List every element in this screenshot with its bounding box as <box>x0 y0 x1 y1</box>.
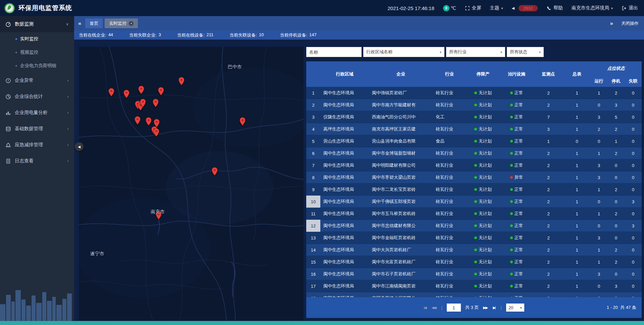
table-row[interactable]: 18南部生态环境局南部县双峰水泥有限公砖瓦行业无计划正常21030 <box>306 292 642 297</box>
cell-halt: 0 <box>607 196 625 208</box>
table-row[interactable]: 5营山生态环境局营山县润丰肉食品有限食品无计划正常10010 <box>306 135 642 147</box>
cell-facility: 正常 <box>500 292 533 297</box>
green-status-dot-icon <box>510 92 513 94</box>
page-size-select[interactable]: 20 ▾ <box>506 304 524 312</box>
cell-facility: 正常 <box>500 244 533 256</box>
tab-realtime-monitoring[interactable]: 实时监控 × <box>105 18 138 28</box>
status-select[interactable]: 所有状态 ▾ <box>507 47 544 57</box>
table-row[interactable]: 12阆中生态环境局阆中市忠信建材有限公砖瓦行业无计划正常21003 <box>306 220 642 232</box>
map[interactable]: 巴中市南充市遂宁市 <box>79 47 304 320</box>
table-row[interactable]: 11阆中生态环境局阆中市五马桥页岩机砖砖瓦行业无计划正常21120 <box>306 208 642 220</box>
cell-region: 仪陇生态环境局 <box>320 111 369 123</box>
map-pin-icon[interactable] <box>211 167 218 177</box>
cell-stop: 无计划 <box>466 292 500 297</box>
table-row[interactable]: 9阆中生态环境局阆中市二龙长宝页岩砖砖瓦行业无计划正常21120 <box>306 183 642 196</box>
sidebar-group-enterprise-anomaly[interactable]: 企业异常 ‹ <box>0 72 74 89</box>
cell-run: 3 <box>590 171 607 183</box>
cell-meters: 1 <box>564 268 590 280</box>
green-status-dot-icon <box>474 92 477 94</box>
table-row[interactable]: 17阆中生态环境局阆中市江南镇阆南页岩砖瓦行业无计划正常21030 <box>306 280 642 292</box>
cell-points: 2 <box>533 292 564 297</box>
notice-prev-icon[interactable]: ◀ <box>512 6 515 10</box>
sidebar-group-emergency-reduction[interactable]: 应急减排管理 ‹ <box>0 137 74 153</box>
name-search-input[interactable] <box>306 47 362 57</box>
tabs-scroll-left-icon[interactable]: « <box>74 20 85 27</box>
green-status-dot-icon <box>510 164 513 167</box>
org-dropdown[interactable]: 南充市生态环境局 ▾ <box>572 5 613 11</box>
sidebar-item-video[interactable]: 视频监控 <box>0 46 74 59</box>
table-row[interactable]: 3仪陇生态环境局西南油气田分公司川中化工无计划正常71350 <box>306 111 642 123</box>
cell-idx: 1 <box>306 87 320 99</box>
cell-stop: 无计划 <box>466 244 500 256</box>
notice-count-badge[interactable]: 2632 <box>519 5 538 11</box>
table-row[interactable]: 8阆中生态环境局阆中市枣碧大梁山页岩砖瓦行业无计划异常21300 <box>306 171 642 183</box>
table-row[interactable]: 10阆中生态环境局阆中千佛镇五郎垭页岩砖瓦行业无计划正常21003 <box>306 196 642 208</box>
cell-industry: 砖瓦行业 <box>433 232 466 244</box>
cell-stop: 无计划 <box>466 268 500 280</box>
stat-label: 当前停机设备: <box>280 32 307 38</box>
map-pin-icon[interactable] <box>158 87 164 97</box>
map-pin-icon[interactable] <box>134 116 141 126</box>
table-row[interactable]: 14阆中生态环境局阆中大兴页岩机砖厂砖瓦行业无计划正常21120 <box>306 244 642 256</box>
close-operations-button[interactable]: 关闭操作 <box>621 20 639 26</box>
map-pin-icon[interactable] <box>239 117 246 127</box>
theme-dropdown[interactable]: 主题 ▾ <box>490 5 503 11</box>
map-pin-icon[interactable] <box>153 128 160 138</box>
page-number-input[interactable] <box>447 304 461 312</box>
map-pin-icon[interactable] <box>178 77 185 87</box>
sidebar-item-power-load-detail[interactable]: 企业电力负荷明细 <box>0 59 74 72</box>
stat-label: 当前在线设备: <box>177 32 205 38</box>
cell-meters: 1 <box>564 87 590 99</box>
sidebar-group-label: 企业综合统计 <box>15 94 43 100</box>
cell-idx: 14 <box>306 244 320 256</box>
help-button[interactable]: 帮助 <box>546 5 563 11</box>
separator: | <box>500 305 501 310</box>
fullscreen-button[interactable]: 全屏 <box>465 5 481 11</box>
table-row[interactable]: 1阆中生态环境局阆中强锐页岩砖厂砖瓦行业无计划正常21120 <box>306 87 642 99</box>
sidebar-group-power-analysis[interactable]: 企业用电量分析 ‹ <box>0 105 74 121</box>
map-pin-icon[interactable] <box>153 99 159 109</box>
green-status-dot-icon <box>474 152 477 155</box>
tab-home[interactable]: 首页 <box>85 18 103 28</box>
cell-industry: 砖瓦行业 <box>433 280 466 292</box>
close-icon[interactable]: × <box>129 21 133 26</box>
last-page-icon[interactable]: ▶| <box>493 306 496 310</box>
table-row[interactable]: 6阆中生态环境局阆中市金博瑞新型墙材砖瓦行业无计划正常21120 <box>306 147 642 159</box>
cell-idx: 7 <box>306 159 320 171</box>
table-row[interactable]: 16阆中生态环境局阆中市石子页岩机砖厂砖瓦行业无计划正常21300 <box>306 268 642 280</box>
tabs-scroll-right-icon[interactable]: » <box>606 20 617 27</box>
map-pin-icon[interactable] <box>108 88 115 98</box>
map-collapse-toggle[interactable]: ◀ <box>75 142 84 151</box>
first-page-icon[interactable]: |◀ <box>424 306 427 310</box>
table-row[interactable]: 4高坪生态环境局南充市高坪区王家店建砖瓦行业无计划正常31220 <box>306 123 642 135</box>
chevron-down-icon: ▾ <box>539 50 541 54</box>
table-row[interactable]: 15阆中生态环境局阆中市光富页岩机砖厂砖瓦行业无计划正常21120 <box>306 256 642 268</box>
map-pin-icon[interactable] <box>123 90 130 100</box>
cell-points: 2 <box>533 171 564 183</box>
green-status-dot-icon <box>510 224 513 227</box>
tab-bar-right: » 关闭操作 <box>606 20 644 27</box>
logout-button[interactable]: 退出 <box>622 5 638 11</box>
sidebar-group-base-data[interactable]: 基础数据管理 ‹ <box>0 121 74 137</box>
region-select[interactable]: 行政区域名称 ▾ <box>363 47 444 57</box>
map-pin-icon[interactable] <box>140 99 146 109</box>
cell-region: 阆中生态环境局 <box>320 280 369 292</box>
industry-select[interactable]: 所有行业 ▾ <box>446 47 505 57</box>
prev-page-icon[interactable]: ◀◀ <box>431 306 437 310</box>
table-row[interactable]: 7阆中生态环境局阆中明阳建材有限公司砖瓦行业无计划正常21300 <box>306 159 642 171</box>
map-pin-icon[interactable] <box>145 117 152 127</box>
bar-chart-icon <box>5 110 11 116</box>
table-row[interactable]: 13阆中生态环境局阆中市金福旺页岩机砖砖瓦行业无计划正常21300 <box>306 232 642 244</box>
temperature-badge: 0 <box>443 5 449 11</box>
stat-value: 211 <box>207 32 214 38</box>
map-pin-icon[interactable] <box>138 86 145 96</box>
cell-points: 2 <box>533 256 564 268</box>
green-status-dot-icon <box>510 104 513 106</box>
sidebar-group-data-monitoring[interactable]: 数据监测 ∨ <box>0 16 74 32</box>
sidebar-group-enterprise-statistics[interactable]: 企业综合统计 ‹ <box>0 89 74 105</box>
next-page-icon[interactable]: ▶▶ <box>483 306 488 310</box>
cell-meters: 0 <box>564 135 590 147</box>
table-row[interactable]: 2阆中生态环境局阆中市南方节能建材有砖瓦行业无计划正常21030 <box>306 99 642 111</box>
sidebar-group-logs[interactable]: 日志查看 ‹ <box>0 153 74 169</box>
sidebar-item-realtime[interactable]: 实时监控 <box>0 32 74 46</box>
